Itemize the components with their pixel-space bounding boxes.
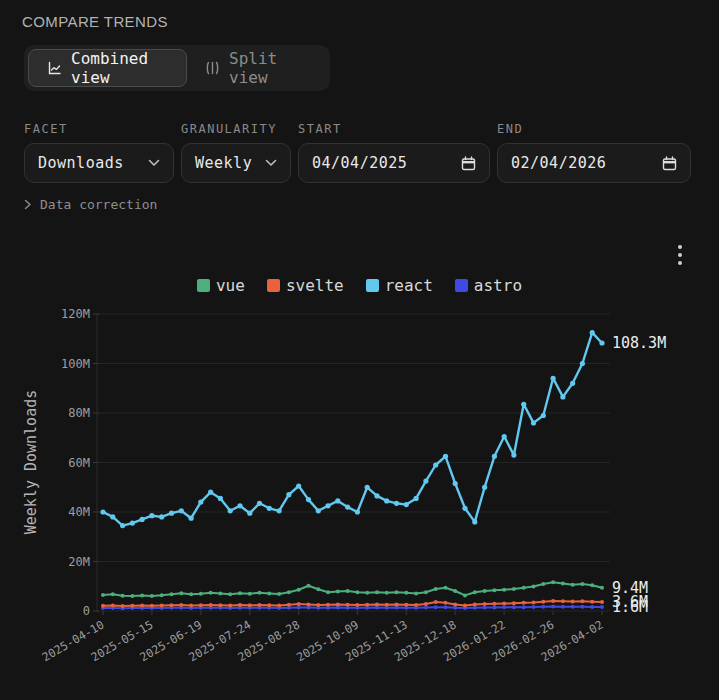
data-point-react[interactable] <box>541 413 546 418</box>
data-point-svelte[interactable] <box>375 603 379 607</box>
data-point-svelte[interactable] <box>600 600 604 604</box>
data-point-vue[interactable] <box>532 585 536 589</box>
legend-item-svelte[interactable]: svelte <box>267 276 344 295</box>
data-point-astro[interactable] <box>502 605 506 609</box>
data-point-react[interactable] <box>208 490 213 495</box>
data-point-react[interactable] <box>149 513 154 518</box>
data-point-react[interactable] <box>482 485 487 490</box>
data-point-vue[interactable] <box>571 583 575 587</box>
data-point-vue[interactable] <box>150 594 154 598</box>
data-point-astro[interactable] <box>600 605 604 609</box>
legend-item-astro[interactable]: astro <box>455 276 522 295</box>
data-point-vue[interactable] <box>365 591 369 595</box>
data-point-react[interactable] <box>570 381 575 386</box>
data-point-svelte[interactable] <box>473 603 477 607</box>
data-point-react[interactable] <box>179 508 184 513</box>
data-point-vue[interactable] <box>189 592 193 596</box>
data-point-react[interactable] <box>462 506 467 511</box>
data-point-react[interactable] <box>590 330 595 335</box>
data-point-svelte[interactable] <box>150 604 154 608</box>
data-point-svelte[interactable] <box>483 602 487 606</box>
data-point-svelte[interactable] <box>121 604 125 608</box>
data-point-vue[interactable] <box>209 591 213 595</box>
data-correction-toggle[interactable]: Data correction <box>24 197 157 212</box>
data-point-react[interactable] <box>100 509 105 514</box>
data-point-svelte[interactable] <box>209 603 213 607</box>
legend-item-vue[interactable]: vue <box>197 276 245 295</box>
data-point-svelte[interactable] <box>170 603 174 607</box>
data-point-svelte[interactable] <box>561 599 565 603</box>
data-point-vue[interactable] <box>424 590 428 594</box>
data-point-svelte[interactable] <box>571 600 575 604</box>
data-point-vue[interactable] <box>336 589 340 593</box>
data-point-react[interactable] <box>521 402 526 407</box>
data-point-vue[interactable] <box>492 588 496 592</box>
data-point-vue[interactable] <box>277 592 281 596</box>
data-point-svelte[interactable] <box>346 603 350 607</box>
data-point-astro[interactable] <box>590 605 594 609</box>
data-point-react[interactable] <box>277 508 282 513</box>
data-point-vue[interactable] <box>179 591 183 595</box>
data-point-vue[interactable] <box>130 594 134 598</box>
data-point-react[interactable] <box>384 498 389 503</box>
data-point-react[interactable] <box>531 420 536 425</box>
data-point-react[interactable] <box>169 511 174 516</box>
data-point-react[interactable] <box>433 462 438 467</box>
data-point-vue[interactable] <box>522 586 526 590</box>
data-point-react[interactable] <box>198 500 203 505</box>
data-point-svelte[interactable] <box>434 600 438 604</box>
data-point-svelte[interactable] <box>238 603 242 607</box>
data-point-svelte[interactable] <box>580 599 584 603</box>
data-point-vue[interactable] <box>346 589 350 593</box>
data-point-vue[interactable] <box>160 593 164 597</box>
data-point-svelte[interactable] <box>258 603 262 607</box>
calendar-icon[interactable] <box>461 156 476 171</box>
data-point-svelte[interactable] <box>502 602 506 606</box>
split-view-button[interactable]: Split view <box>187 49 326 87</box>
data-point-vue[interactable] <box>434 587 438 591</box>
data-point-vue[interactable] <box>512 587 516 591</box>
data-point-react[interactable] <box>423 479 428 484</box>
calendar-icon[interactable] <box>662 156 677 171</box>
data-point-react[interactable] <box>140 517 145 522</box>
data-point-svelte[interactable] <box>463 604 467 608</box>
data-point-svelte[interactable] <box>522 601 526 605</box>
data-point-svelte[interactable] <box>551 599 555 603</box>
data-point-svelte[interactable] <box>287 603 291 607</box>
data-point-react[interactable] <box>492 454 497 459</box>
data-point-vue[interactable] <box>307 584 311 588</box>
data-point-svelte[interactable] <box>385 603 389 607</box>
data-point-vue[interactable] <box>101 593 105 597</box>
data-point-svelte[interactable] <box>189 604 193 608</box>
data-point-vue[interactable] <box>287 590 291 594</box>
data-point-svelte[interactable] <box>590 600 594 604</box>
data-point-svelte[interactable] <box>424 602 428 606</box>
data-point-react[interactable] <box>306 497 311 502</box>
data-point-vue[interactable] <box>267 591 271 595</box>
data-point-react[interactable] <box>443 454 448 459</box>
data-point-react[interactable] <box>257 501 262 506</box>
data-point-react[interactable] <box>355 509 360 514</box>
data-point-svelte[interactable] <box>228 604 232 608</box>
data-point-svelte[interactable] <box>218 603 222 607</box>
data-point-svelte[interactable] <box>316 603 320 607</box>
data-point-vue[interactable] <box>375 590 379 594</box>
granularity-select[interactable]: Weekly <box>181 143 291 183</box>
data-point-vue[interactable] <box>463 593 467 597</box>
data-point-vue[interactable] <box>326 590 330 594</box>
data-point-vue[interactable] <box>248 592 252 596</box>
data-point-vue[interactable] <box>258 591 262 595</box>
data-point-react[interactable] <box>120 523 125 528</box>
data-point-astro[interactable] <box>580 605 584 609</box>
data-point-react[interactable] <box>414 496 419 501</box>
data-point-vue[interactable] <box>395 590 399 594</box>
series-line-vue[interactable] <box>103 582 602 596</box>
data-point-vue[interactable] <box>453 589 457 593</box>
series-line-svelte[interactable] <box>103 601 602 606</box>
data-point-vue[interactable] <box>316 587 320 591</box>
data-point-vue[interactable] <box>297 588 301 592</box>
data-point-astro[interactable] <box>434 605 438 609</box>
data-point-vue[interactable] <box>473 590 477 594</box>
data-point-svelte[interactable] <box>326 603 330 607</box>
data-point-svelte[interactable] <box>179 603 183 607</box>
